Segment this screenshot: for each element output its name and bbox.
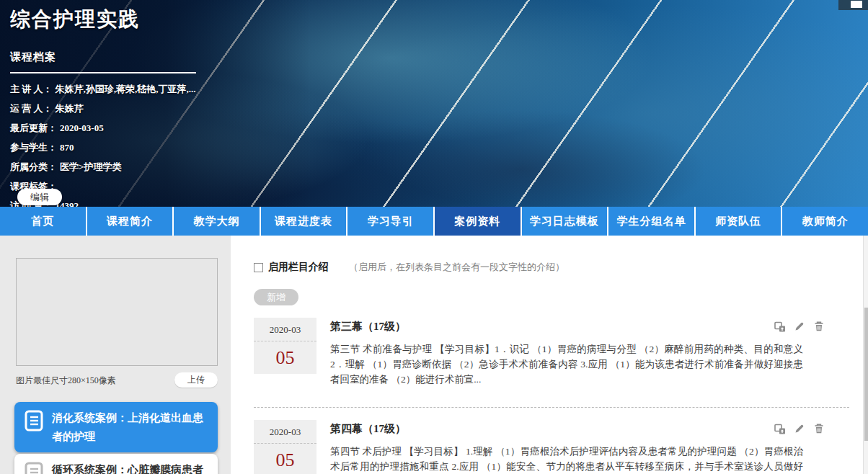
sidebar-item-label: 消化系统案例：上消化道出血患者的护理 [52,408,211,446]
move-entry-icon[interactable] [774,423,786,434]
scrollbar-thumb[interactable] [864,308,868,441]
course-meta: 综合护理实践 课程档案 主 讲 人：朱姝芹,孙国珍,蒋荣,嵇艳,丁亚萍,... … [10,6,196,207]
info-row-last-updated: 最后更新：2020-03-05 [10,118,196,138]
tab-syllabus[interactable]: 教学大纲 [174,207,261,236]
entry-actions [774,321,825,332]
course-page: 综合护理实践 课程档案 主 讲 人：朱姝芹,孙国珍,蒋荣,嵇艳,丁亚萍,... … [0,0,868,474]
delete-entry-icon[interactable] [813,321,825,332]
entry-day: 05 [254,444,316,471]
info-row-category: 所属分类：医学>护理学类 [10,157,196,176]
entry-title[interactable]: 第三幕（17级） [330,320,803,334]
entry-month: 2020-03 [254,420,316,443]
entry-date-badge: 2020-03 05 [254,420,316,474]
tab-home[interactable]: 首页 [0,207,87,236]
page-scrollbar[interactable] [863,236,868,474]
upload-button[interactable]: 上传 [174,372,218,388]
document-list-icon [25,462,43,474]
sidebar-item-label: 循环系统案例：心脏瓣膜病患者的 [52,460,211,474]
entry-day: 05 [254,341,316,369]
delete-entry-icon[interactable] [813,423,825,434]
sidebar: 图片最佳尺寸280×150像素 上传 消化系统案例：上消化道出血患者的护理 循环… [0,236,231,474]
edit-entry-icon[interactable] [794,423,805,434]
move-entry-icon[interactable] [774,321,786,332]
image-upload-row: 图片最佳尺寸280×150像素 上传 [16,372,218,388]
entry-body: 第四幕（17级） 第四节 术后护理 【学习目标】 1.理解 （1）胃癌根治术后护… [330,420,849,474]
tab-case-materials[interactable]: 案例资料 [435,207,522,236]
info-row-lecturers: 主 讲 人：朱姝芹,孙国珍,蒋荣,嵇艳,丁亚萍,... [10,79,196,99]
tab-teacher-intro[interactable]: 教师简介 [782,207,868,236]
course-info-list: 主 讲 人：朱姝芹,孙国珍,蒋荣,嵇艳,丁亚萍,... 运 营 人：朱姝芹 最后… [10,79,196,207]
tab-study-log-template[interactable]: 学习日志模板 [522,207,609,236]
tab-course-intro[interactable]: 课程简介 [87,207,174,236]
subtitle-underline [10,72,196,73]
tab-faculty-team[interactable]: 师资队伍 [696,207,783,236]
entry-description: 第三节 术前准备与护理 【学习目标】1．识记 （1）胃癌的病理与分型 （2）麻醉… [330,341,803,387]
course-banner: 综合护理实践 课程档案 主 讲 人：朱姝芹,孙国珍,蒋荣,嵇艳,丁亚萍,... … [0,0,868,207]
document-list-icon [25,410,43,431]
enable-intro-note: （启用后，在列表条目之前会有一段文字性的介绍） [349,261,564,274]
entry-title[interactable]: 第四幕（17级） [330,422,803,436]
image-size-hint: 图片最佳尺寸280×150像素 [16,375,116,385]
edit-entry-icon[interactable] [794,321,805,332]
entry-description: 第四节 术后护理 【学习目标】 1.理解 （1）胃癌根治术后护理评估内容及患者常… [330,444,803,474]
info-row-operator: 运 营 人：朱姝芹 [10,99,196,118]
case-materials-panel: 启用栏目介绍 （启用后，在列表条目之前会有一段文字性的介绍） 新增 2020-0… [231,236,868,474]
sidebar-item-digestive-case[interactable]: 消化系统案例：上消化道出血患者的护理 [14,402,218,452]
case-entry: 2020-03 05 第四幕（17级） 第四节 术后护理 【学习目标】 1.理解… [254,420,849,474]
info-row-students: 参与学生：870 [10,138,196,157]
add-entry-button[interactable]: 新增 [254,289,298,305]
tab-study-guide[interactable]: 学习导引 [347,207,435,236]
top-right-widget [838,0,868,10]
entry-actions [774,423,825,434]
entry-body: 第三幕（17级） 第三节 术前准备与护理 【学习目标】1．识记 （1）胃癌的病理… [330,318,849,387]
course-nav: 首页 课程简介 教学大纲 课程进度表 学习导引 案例资料 学习日志模板 学生分组… [0,207,868,236]
entry-date-badge: 2020-03 05 [254,318,316,374]
course-title: 综合护理实践 [10,6,196,33]
edit-button[interactable]: 编辑 [17,189,62,205]
sidebar-item-circulatory-case[interactable]: 循环系统案例：心脏瓣膜病患者的 [14,454,218,474]
top-right-widget-box [851,1,862,8]
entry-month: 2020-03 [254,318,316,341]
course-subtitle: 课程档案 [10,50,196,64]
enable-intro-row: 启用栏目介绍 （启用后，在列表条目之前会有一段文字性的介绍） [254,261,849,274]
cover-image-placeholder [16,258,218,366]
tab-schedule[interactable]: 课程进度表 [261,207,348,236]
case-entry: 2020-03 05 第三幕（17级） 第三节 术前准备与护理 【学习目标】1．… [254,318,849,387]
enable-intro-label: 启用栏目介绍 [268,261,329,274]
enable-intro-checkbox[interactable] [254,263,263,272]
tab-student-groups[interactable]: 学生分组名单 [608,207,696,236]
entry-separator [254,407,849,408]
